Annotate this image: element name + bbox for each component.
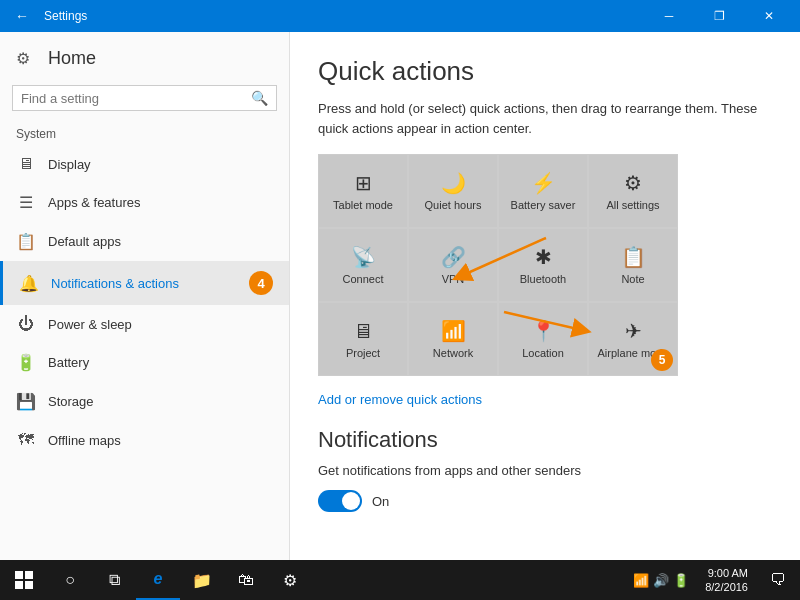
sidebar-item-apps[interactable]: ☰ Apps & features	[0, 183, 289, 222]
task-view-icon: ⧉	[109, 571, 120, 589]
vpn-icon: 🔗	[441, 245, 466, 269]
sidebar-item-offline-maps[interactable]: 🗺 Offline maps	[0, 421, 289, 459]
airplane-mode-icon: ✈	[625, 319, 642, 343]
all-settings-icon: ⚙	[624, 171, 642, 195]
volume-tray-icon[interactable]: 🔊	[653, 573, 669, 588]
qa-battery-saver-label: Battery saver	[511, 199, 576, 211]
home-icon: ⚙	[16, 49, 36, 69]
qa-all-settings-label: All settings	[606, 199, 659, 211]
title-bar: ← Settings ─ ❐ ✕	[0, 0, 800, 32]
settings-taskbar-app[interactable]: ⚙	[268, 560, 312, 600]
qa-location[interactable]: 📍 Location	[499, 303, 587, 375]
notifications-icon: 🔔	[19, 274, 39, 293]
task-view-button[interactable]: ⧉	[92, 560, 136, 600]
notifications-desc: Get notifications from apps and other se…	[318, 463, 772, 478]
store-icon: 🛍	[238, 571, 254, 589]
network-tray-icon[interactable]: 📶	[633, 573, 649, 588]
back-button[interactable]: ←	[8, 2, 36, 30]
svg-rect-2	[15, 571, 23, 579]
sidebar-item-notifications[interactable]: 🔔 Notifications & actions 4	[0, 261, 289, 305]
notifications-toggle[interactable]	[318, 490, 362, 512]
default-apps-label: Default apps	[48, 234, 121, 249]
content-area: Quick actions Press and hold (or select)…	[290, 32, 800, 560]
svg-rect-3	[25, 571, 33, 579]
qa-note-label: Note	[621, 273, 644, 285]
tablet-mode-icon: ⊞	[355, 171, 372, 195]
svg-rect-5	[25, 581, 33, 589]
qa-bluetooth[interactable]: ✱ Bluetooth	[499, 229, 587, 301]
taskbar: ○ ⧉ e 📁 🛍 ⚙ 📶 🔊 🔋 9:00 AM 8/2/2016 🗨	[0, 560, 800, 600]
qa-project-label: Project	[346, 347, 380, 359]
apps-icon: ☰	[16, 193, 36, 212]
qa-bluetooth-label: Bluetooth	[520, 273, 566, 285]
battery-saver-icon: ⚡	[531, 171, 556, 195]
explorer-icon: 📁	[192, 571, 212, 590]
quiet-hours-icon: 🌙	[441, 171, 466, 195]
project-icon: 🖥	[353, 320, 373, 343]
qa-project[interactable]: 🖥 Project	[319, 303, 407, 375]
qa-vpn-label: VPN	[442, 273, 465, 285]
qa-vpn[interactable]: 🔗 VPN	[409, 229, 497, 301]
minimize-button[interactable]: ─	[646, 0, 692, 32]
search-taskbar-button[interactable]: ○	[48, 560, 92, 600]
toggle-row: On	[318, 490, 772, 512]
search-icon: 🔍	[251, 90, 268, 106]
sidebar-item-default-apps[interactable]: 📋 Default apps	[0, 222, 289, 261]
notifications-title: Notifications	[318, 427, 772, 453]
display-icon: 🖥	[16, 155, 36, 173]
qa-airplane-mode[interactable]: ✈ Airplane mode 5	[589, 303, 677, 375]
qa-location-label: Location	[522, 347, 564, 359]
qa-quiet-hours-label: Quiet hours	[425, 199, 482, 211]
quick-actions-title: Quick actions	[318, 56, 772, 87]
qa-connect[interactable]: 📡 Connect	[319, 229, 407, 301]
battery-tray-icon: 🔋	[673, 573, 689, 588]
sidebar: ⚙ Home 🔍 System 🖥 Display ☰ Apps & featu…	[0, 32, 290, 560]
qa-network[interactable]: 📶 Network	[409, 303, 497, 375]
explorer-taskbar-app[interactable]: 📁	[180, 560, 224, 600]
taskbar-time: 9:00 AM	[708, 566, 748, 580]
offline-maps-icon: 🗺	[16, 431, 36, 449]
qa-quiet-hours[interactable]: 🌙 Quiet hours	[409, 155, 497, 227]
note-icon: 📋	[621, 245, 646, 269]
sidebar-home-label: Home	[48, 48, 96, 69]
main-area: ⚙ Home 🔍 System 🖥 Display ☰ Apps & featu…	[0, 32, 800, 560]
sidebar-item-battery[interactable]: 🔋 Battery	[0, 343, 289, 382]
qa-battery-saver[interactable]: ⚡ Battery saver	[499, 155, 587, 227]
notification-center-icon: 🗨	[770, 571, 786, 589]
restore-button[interactable]: ❐	[696, 0, 742, 32]
toggle-label: On	[372, 494, 389, 509]
start-button[interactable]	[0, 560, 48, 600]
close-button[interactable]: ✕	[746, 0, 792, 32]
system-label: System	[0, 119, 289, 145]
bluetooth-icon: ✱	[535, 245, 552, 269]
quick-actions-grid-wrapper: ⊞ Tablet mode 🌙 Quiet hours ⚡ Battery sa…	[318, 154, 678, 390]
taskbar-tray: 📶 🔊 🔋	[625, 573, 697, 588]
quick-actions-desc: Press and hold (or select) quick actions…	[318, 99, 772, 138]
store-taskbar-app[interactable]: 🛍	[224, 560, 268, 600]
taskbar-clock[interactable]: 9:00 AM 8/2/2016	[697, 566, 756, 595]
qa-tablet-mode[interactable]: ⊞ Tablet mode	[319, 155, 407, 227]
battery-icon: 🔋	[16, 353, 36, 372]
qa-connect-label: Connect	[343, 273, 384, 285]
qa-note[interactable]: 📋 Note	[589, 229, 677, 301]
search-box[interactable]: 🔍	[12, 85, 277, 111]
quick-actions-grid: ⊞ Tablet mode 🌙 Quiet hours ⚡ Battery sa…	[318, 154, 678, 376]
qa-all-settings[interactable]: ⚙ All settings	[589, 155, 677, 227]
toggle-knob	[342, 492, 360, 510]
badge-5: 5	[651, 349, 673, 371]
connect-icon: 📡	[351, 245, 376, 269]
storage-label: Storage	[48, 394, 94, 409]
sidebar-item-power[interactable]: ⏻ Power & sleep	[0, 305, 289, 343]
add-remove-link[interactable]: Add or remove quick actions	[318, 392, 482, 407]
settings-taskbar-icon: ⚙	[283, 571, 297, 590]
sidebar-item-display[interactable]: 🖥 Display	[0, 145, 289, 183]
offline-maps-label: Offline maps	[48, 433, 121, 448]
edge-taskbar-app[interactable]: e	[136, 560, 180, 600]
power-icon: ⏻	[16, 315, 36, 333]
notification-center-button[interactable]: 🗨	[756, 560, 800, 600]
sidebar-item-storage[interactable]: 💾 Storage	[0, 382, 289, 421]
search-input[interactable]	[21, 91, 251, 106]
qa-tablet-mode-label: Tablet mode	[333, 199, 393, 211]
default-apps-icon: 📋	[16, 232, 36, 251]
power-label: Power & sleep	[48, 317, 132, 332]
